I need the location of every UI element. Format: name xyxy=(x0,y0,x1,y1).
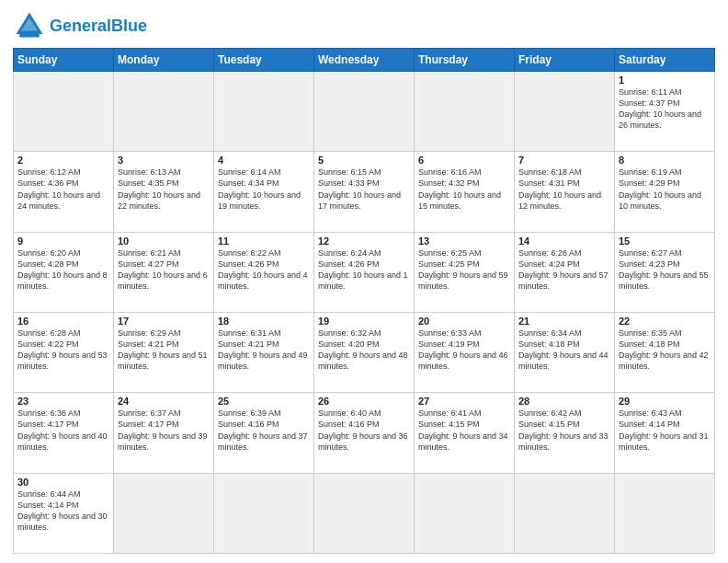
day-info: Sunrise: 6:40 AMSunset: 4:16 PMDaylight:… xyxy=(318,408,410,453)
day-cell xyxy=(114,473,214,553)
day-cell: 4Sunrise: 6:14 AMSunset: 4:34 PMDaylight… xyxy=(214,152,314,232)
day-info: Sunrise: 6:42 AMSunset: 4:15 PMDaylight:… xyxy=(518,408,610,453)
day-number: 10 xyxy=(118,236,210,247)
day-number: 27 xyxy=(418,396,510,407)
header-thursday: Thursday xyxy=(415,49,515,72)
day-number: 23 xyxy=(17,396,109,407)
day-cell: 6Sunrise: 6:16 AMSunset: 4:32 PMDaylight… xyxy=(415,152,515,232)
day-info: Sunrise: 6:44 AMSunset: 4:14 PMDaylight:… xyxy=(17,488,109,534)
logo: GeneralBlue xyxy=(13,9,147,42)
day-number: 19 xyxy=(318,316,410,327)
day-cell: 9Sunrise: 6:20 AMSunset: 4:28 PMDaylight… xyxy=(14,232,114,312)
day-cell: 14Sunrise: 6:26 AMSunset: 4:24 PMDayligh… xyxy=(515,232,615,312)
day-cell: 12Sunrise: 6:24 AMSunset: 4:26 PMDayligh… xyxy=(314,232,415,312)
day-number: 13 xyxy=(418,236,510,247)
day-cell: 29Sunrise: 6:43 AMSunset: 4:14 PMDayligh… xyxy=(615,393,715,473)
day-info: Sunrise: 6:16 AMSunset: 4:32 PMDaylight:… xyxy=(418,167,510,212)
day-number: 4 xyxy=(218,155,310,166)
day-number: 7 xyxy=(518,155,610,166)
week-row-1: 2Sunrise: 6:12 AMSunset: 4:36 PMDaylight… xyxy=(14,152,715,232)
day-cell: 17Sunrise: 6:29 AMSunset: 4:21 PMDayligh… xyxy=(114,312,214,392)
day-cell: 25Sunrise: 6:39 AMSunset: 4:16 PMDayligh… xyxy=(214,393,314,473)
day-cell: 7Sunrise: 6:18 AMSunset: 4:31 PMDaylight… xyxy=(515,152,615,232)
day-cell: 27Sunrise: 6:41 AMSunset: 4:15 PMDayligh… xyxy=(415,393,515,473)
day-cell: 10Sunrise: 6:21 AMSunset: 4:27 PMDayligh… xyxy=(114,232,214,312)
day-number: 22 xyxy=(619,316,711,327)
day-info: Sunrise: 6:41 AMSunset: 4:15 PMDaylight:… xyxy=(418,408,510,453)
day-info: Sunrise: 6:19 AMSunset: 4:29 PMDaylight:… xyxy=(619,167,711,212)
day-number: 11 xyxy=(218,236,310,247)
day-info: Sunrise: 6:27 AMSunset: 4:23 PMDaylight:… xyxy=(619,247,711,293)
day-cell: 16Sunrise: 6:28 AMSunset: 4:22 PMDayligh… xyxy=(14,312,114,392)
header-saturday: Saturday xyxy=(615,49,715,72)
day-info: Sunrise: 6:34 AMSunset: 4:18 PMDaylight:… xyxy=(518,327,610,373)
day-cell: 22Sunrise: 6:35 AMSunset: 4:18 PMDayligh… xyxy=(615,312,715,392)
day-number: 15 xyxy=(619,236,711,247)
day-cell: 23Sunrise: 6:36 AMSunset: 4:17 PMDayligh… xyxy=(14,393,114,473)
day-info: Sunrise: 6:33 AMSunset: 4:19 PMDaylight:… xyxy=(418,327,510,373)
day-info: Sunrise: 6:43 AMSunset: 4:14 PMDaylight:… xyxy=(619,408,711,453)
day-number: 14 xyxy=(518,236,610,247)
day-cell: 2Sunrise: 6:12 AMSunset: 4:36 PMDaylight… xyxy=(14,152,114,232)
day-cell xyxy=(515,473,615,553)
day-cell xyxy=(314,473,415,553)
day-cell: 5Sunrise: 6:15 AMSunset: 4:33 PMDaylight… xyxy=(314,152,415,232)
day-number: 5 xyxy=(318,155,410,166)
day-cell xyxy=(415,473,515,553)
logo-blue: Blue xyxy=(111,17,147,35)
day-info: Sunrise: 6:26 AMSunset: 4:24 PMDaylight:… xyxy=(518,247,610,293)
day-info: Sunrise: 6:15 AMSunset: 4:33 PMDaylight:… xyxy=(318,167,410,212)
day-number: 29 xyxy=(619,396,711,407)
day-info: Sunrise: 6:21 AMSunset: 4:27 PMDaylight:… xyxy=(118,247,210,293)
day-info: Sunrise: 6:31 AMSunset: 4:21 PMDaylight:… xyxy=(218,327,310,373)
svg-rect-2 xyxy=(19,34,40,38)
day-number: 9 xyxy=(17,236,109,247)
day-cell: 1Sunrise: 6:11 AMSunset: 4:37 PMDaylight… xyxy=(615,72,715,152)
day-info: Sunrise: 6:12 AMSunset: 4:36 PMDaylight:… xyxy=(17,167,109,212)
day-cell xyxy=(214,473,314,553)
logo-general: General xyxy=(50,17,111,35)
day-info: Sunrise: 6:37 AMSunset: 4:17 PMDaylight:… xyxy=(118,408,210,453)
day-info: Sunrise: 6:35 AMSunset: 4:18 PMDaylight:… xyxy=(619,327,711,373)
day-info: Sunrise: 6:39 AMSunset: 4:16 PMDaylight:… xyxy=(218,408,310,453)
day-info: Sunrise: 6:18 AMSunset: 4:31 PMDaylight:… xyxy=(518,167,610,212)
header-monday: Monday xyxy=(114,49,214,72)
day-info: Sunrise: 6:24 AMSunset: 4:26 PMDaylight:… xyxy=(318,247,410,293)
day-cell xyxy=(615,473,715,553)
day-info: Sunrise: 6:29 AMSunset: 4:21 PMDaylight:… xyxy=(118,327,210,373)
calendar-header-row: SundayMondayTuesdayWednesdayThursdayFrid… xyxy=(14,49,715,72)
day-cell: 21Sunrise: 6:34 AMSunset: 4:18 PMDayligh… xyxy=(515,312,615,392)
day-cell: 8Sunrise: 6:19 AMSunset: 4:29 PMDaylight… xyxy=(615,152,715,232)
day-info: Sunrise: 6:25 AMSunset: 4:25 PMDaylight:… xyxy=(418,247,510,293)
day-number: 26 xyxy=(318,396,410,407)
day-info: Sunrise: 6:32 AMSunset: 4:20 PMDaylight:… xyxy=(318,327,410,373)
day-cell: 18Sunrise: 6:31 AMSunset: 4:21 PMDayligh… xyxy=(214,312,314,392)
day-cell: 19Sunrise: 6:32 AMSunset: 4:20 PMDayligh… xyxy=(314,312,415,392)
day-info: Sunrise: 6:36 AMSunset: 4:17 PMDaylight:… xyxy=(17,408,109,453)
day-cell: 20Sunrise: 6:33 AMSunset: 4:19 PMDayligh… xyxy=(415,312,515,392)
day-info: Sunrise: 6:11 AMSunset: 4:37 PMDaylight:… xyxy=(619,86,711,132)
day-number: 20 xyxy=(418,316,510,327)
day-cell: 26Sunrise: 6:40 AMSunset: 4:16 PMDayligh… xyxy=(314,393,415,473)
logo-icon xyxy=(13,9,46,42)
header: GeneralBlue xyxy=(13,9,715,42)
calendar: SundayMondayTuesdayWednesdayThursdayFrid… xyxy=(13,48,715,554)
day-number: 17 xyxy=(118,316,210,327)
day-cell xyxy=(214,72,314,152)
week-row-0: 1Sunrise: 6:11 AMSunset: 4:37 PMDaylight… xyxy=(14,72,715,152)
day-cell xyxy=(14,72,114,152)
day-number: 28 xyxy=(518,396,610,407)
week-row-4: 23Sunrise: 6:36 AMSunset: 4:17 PMDayligh… xyxy=(14,393,715,473)
day-number: 6 xyxy=(418,155,510,166)
header-tuesday: Tuesday xyxy=(214,49,314,72)
day-info: Sunrise: 6:14 AMSunset: 4:34 PMDaylight:… xyxy=(218,167,310,212)
day-cell: 30Sunrise: 6:44 AMSunset: 4:14 PMDayligh… xyxy=(14,473,114,553)
day-cell xyxy=(114,72,214,152)
day-number: 30 xyxy=(17,477,109,488)
day-cell: 24Sunrise: 6:37 AMSunset: 4:17 PMDayligh… xyxy=(114,393,214,473)
header-wednesday: Wednesday xyxy=(314,49,415,72)
day-number: 16 xyxy=(17,316,109,327)
day-cell xyxy=(515,72,615,152)
day-number: 8 xyxy=(619,155,711,166)
day-number: 2 xyxy=(17,155,109,166)
